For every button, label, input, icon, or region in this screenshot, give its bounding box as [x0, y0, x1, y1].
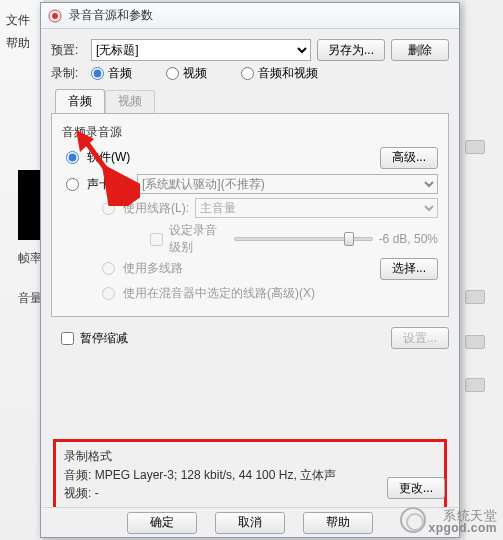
record-audio-label: 音频: [108, 65, 132, 82]
record-video-label: 视频: [183, 65, 207, 82]
use-line-option: 使用线路(L): 主音量: [102, 198, 438, 218]
background-app-strip: 文件 帮助: [0, 0, 45, 540]
titlebar: 录音音源和参数: [41, 3, 459, 29]
record-audio-radio[interactable]: [91, 67, 104, 80]
record-video-option[interactable]: 视频: [166, 65, 207, 82]
bg-right-control: [465, 335, 485, 349]
use-line-radio: [102, 202, 115, 215]
pause-shrink-label: 暂停缩减: [80, 330, 128, 347]
preset-select[interactable]: [无标题]: [91, 39, 311, 61]
change-format-button[interactable]: 更改...: [387, 477, 445, 499]
advanced-button[interactable]: 高级...: [380, 147, 438, 169]
use-mixer-option: 使用在混音器中选定的线路(高级)(X): [102, 285, 438, 302]
record-label: 录制:: [51, 65, 85, 82]
use-multiline-label: 使用多线路: [123, 260, 183, 277]
tab-strip: 音频 视频: [55, 88, 449, 113]
use-mixer-radio: [102, 287, 115, 300]
dialog-title: 录音音源和参数: [69, 7, 153, 24]
pause-settings-button: 设置...: [391, 327, 449, 349]
audio-tab-panel: 音频录音源 软件(W) 高级... 声卡(N): [系统默认驱动](不推荐): [51, 113, 449, 317]
recording-settings-dialog: 录音音源和参数 预置: [无标题] 另存为... 删除 录制: 音频 视频: [40, 2, 460, 538]
record-video-radio[interactable]: [166, 67, 179, 80]
software-label: 软件(W): [87, 149, 130, 166]
format-title: 录制格式: [64, 448, 436, 465]
use-multiline-radio: [102, 262, 115, 275]
slider-value: -6 dB, 50%: [379, 232, 438, 246]
bg-menu-help: 帮助: [6, 35, 38, 52]
use-mixer-label: 使用在混音器中选定的线路(高级)(X): [123, 285, 315, 302]
logo-text-2: xpgod.com: [428, 522, 497, 534]
line-select: 主音量: [195, 198, 438, 218]
soundcard-label: 声卡(N):: [87, 176, 131, 193]
soundcard-select[interactable]: [系统默认驱动](不推荐): [137, 174, 438, 194]
dialog-footer: 确定 取消 帮助: [41, 507, 459, 537]
delete-button[interactable]: 删除: [391, 39, 449, 61]
preset-row: 预置: [无标题] 另存为... 删除: [51, 39, 449, 61]
soundcard-radio[interactable]: [66, 178, 79, 191]
record-type-row: 录制: 音频 视频 音频和视频: [51, 65, 449, 82]
record-av-option[interactable]: 音频和视频: [241, 65, 318, 82]
help-button[interactable]: 帮助: [303, 512, 373, 534]
bg-right-control: [465, 290, 485, 304]
slider-thumb: [344, 232, 354, 246]
bg-menu-file: 文件: [6, 12, 38, 29]
bg-right-control: [465, 378, 485, 392]
record-av-radio[interactable]: [241, 67, 254, 80]
ok-button[interactable]: 确定: [127, 512, 197, 534]
use-multiline-option: 使用多线路: [102, 260, 183, 277]
set-rec-level-checkbox: [150, 233, 163, 246]
pause-shrink-row: 暂停缩减 设置...: [61, 327, 449, 349]
bg-right-control: [465, 140, 485, 154]
set-rec-level-label: 设定录音级别: [169, 222, 228, 256]
format-audio-line: 音频: MPEG Layer-3; 128 kbit/s, 44 100 Hz,…: [64, 467, 436, 484]
audio-source-title: 音频录音源: [62, 124, 438, 141]
bg-volume-label: 音量: [18, 290, 42, 307]
rec-level-row: 设定录音级别 -6 dB, 50%: [102, 222, 438, 256]
tab-video[interactable]: 视频: [105, 90, 155, 115]
svg-point-1: [52, 13, 58, 19]
tabs: 音频 视频 音频录音源 软件(W) 高级... 声卡(N): [系统默认驱动](: [51, 88, 449, 317]
app-icon: [47, 8, 63, 24]
watermark-logo: 系统天堂 xpgod.com: [428, 509, 497, 534]
record-av-label: 音频和视频: [258, 65, 318, 82]
tab-audio[interactable]: 音频: [55, 89, 105, 114]
preset-label: 预置:: [51, 42, 85, 59]
bg-frame-label: 帧率: [18, 250, 42, 267]
soundcard-option[interactable]: 声卡(N): [系统默认驱动](不推荐): [66, 174, 438, 194]
software-radio[interactable]: [66, 151, 79, 164]
format-video-line: 视频: -: [64, 485, 436, 502]
use-line-label: 使用线路(L):: [123, 200, 189, 217]
select-button[interactable]: 选择...: [380, 258, 438, 280]
pause-shrink-checkbox[interactable]: [61, 332, 74, 345]
cancel-button[interactable]: 取消: [215, 512, 285, 534]
background-right-strip: [465, 0, 503, 540]
record-audio-option[interactable]: 音频: [91, 65, 132, 82]
rec-level-slider: [234, 230, 373, 248]
software-option[interactable]: 软件(W): [66, 149, 130, 166]
save-as-button[interactable]: 另存为...: [317, 39, 385, 61]
